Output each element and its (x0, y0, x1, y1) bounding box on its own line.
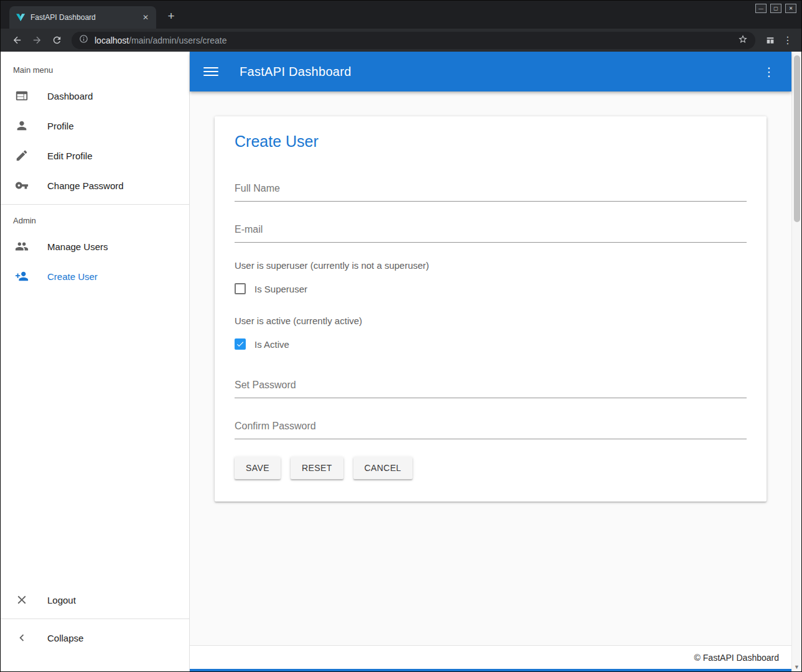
forward-button[interactable] (29, 32, 45, 49)
sidebar-item-logout[interactable]: Logout (1, 585, 189, 615)
site-info-icon[interactable] (79, 34, 88, 46)
sidebar-divider (1, 204, 189, 205)
confirm-password-field-wrap (235, 416, 747, 439)
browser-window: FastAPI Dashboard ✕ + — ▢ ✕ localhost/ma… (0, 0, 802, 672)
browser-tab[interactable]: FastAPI Dashboard ✕ (9, 6, 156, 29)
page-title: Create User (235, 133, 747, 151)
new-tab-button[interactable]: + (164, 9, 179, 24)
cancel-button[interactable]: CANCEL (353, 457, 413, 479)
set-password-input[interactable] (235, 375, 747, 398)
create-user-card: Create User User is superuser (currently… (215, 116, 767, 502)
tab-close-icon[interactable]: ✕ (140, 12, 151, 23)
forward-arrow-icon (32, 35, 42, 45)
sidebar-heading-admin: Admin (1, 208, 189, 231)
sidebar: Main menu Dashboard Profile Edit Profile… (1, 52, 190, 671)
sidebar-item-label: Manage Users (47, 241, 108, 252)
sidebar-item-label: Collapse (47, 633, 83, 643)
full-name-input[interactable] (235, 178, 747, 202)
confirm-password-input[interactable] (235, 416, 747, 439)
window-controls: — ▢ ✕ (755, 4, 796, 13)
dashboard-icon (14, 88, 29, 103)
url-host: localhost (95, 35, 129, 45)
sidebar-item-label: Logout (47, 595, 76, 605)
maximize-button[interactable]: ▢ (770, 4, 781, 13)
page-scrollbar[interactable]: ▼ (791, 52, 801, 671)
back-button[interactable] (9, 32, 25, 49)
sidebar-item-label: Dashboard (47, 91, 93, 101)
sidebar-heading-main-menu: Main menu (1, 52, 189, 81)
key-icon (14, 178, 29, 193)
hamburger-menu-icon[interactable] (203, 64, 218, 79)
copyright-text: © FastAPI Dashboard (694, 653, 779, 663)
page-body: Main menu Dashboard Profile Edit Profile… (1, 52, 801, 671)
scrollbar-thumb[interactable] (794, 55, 800, 222)
chevron-left-icon (14, 630, 29, 645)
people-icon (14, 239, 29, 254)
sidebar-item-label: Create User (47, 271, 98, 282)
email-input[interactable] (235, 219, 747, 243)
reload-button[interactable] (49, 32, 65, 49)
reload-icon (52, 35, 62, 45)
sidebar-item-collapse[interactable]: Collapse (1, 623, 189, 653)
minimize-button[interactable]: — (755, 4, 767, 13)
sidebar-item-manage-users[interactable]: Manage Users (1, 231, 189, 261)
appbar-menu-button[interactable]: ⋮ (760, 65, 778, 79)
vuetify-logo-icon (16, 12, 26, 22)
person-icon (14, 118, 29, 133)
sidebar-item-dashboard[interactable]: Dashboard (1, 81, 189, 111)
sidebar-item-edit-profile[interactable]: Edit Profile (1, 141, 189, 170)
close-button[interactable]: ✕ (785, 4, 796, 13)
page-footer: © FastAPI Dashboard (190, 645, 791, 669)
url-path: /main/admin/users/create (129, 35, 226, 45)
url-text[interactable]: localhost/main/admin/users/create (95, 35, 738, 45)
content-area: Create User User is superuser (currently… (190, 91, 791, 645)
appbar-title: FastAPI Dashboard (240, 65, 352, 79)
sidebar-divider (1, 618, 189, 619)
sidebar-spacer (1, 291, 189, 585)
superuser-checkbox-row: Is Superuser (235, 283, 747, 294)
sidebar-item-profile[interactable]: Profile (1, 111, 189, 141)
superuser-checkbox[interactable] (235, 283, 246, 294)
person-add-icon (14, 269, 29, 284)
active-checkbox-row: Is Active (235, 338, 747, 350)
extensions-icon[interactable] (762, 32, 778, 49)
browser-tab-bar: FastAPI Dashboard ✕ + — ▢ ✕ (1, 1, 801, 29)
bookmark-star-icon[interactable] (738, 34, 748, 47)
logout-x-icon (14, 592, 29, 607)
form-buttons: SAVE RESET CANCEL (235, 457, 747, 479)
full-name-field-wrap (235, 178, 747, 202)
address-bar[interactable]: localhost/main/admin/users/create (72, 32, 755, 49)
reset-button[interactable]: RESET (291, 457, 343, 479)
footer-accent-strip (190, 669, 791, 671)
active-checkbox-label: Is Active (254, 339, 289, 350)
app-bar: FastAPI Dashboard ⋮ (190, 52, 791, 91)
pencil-icon (14, 148, 29, 163)
active-checkbox[interactable] (235, 338, 246, 350)
set-password-field-wrap (235, 375, 747, 398)
back-arrow-icon (12, 35, 22, 45)
sidebar-item-label: Change Password (47, 180, 124, 191)
email-field-wrap (235, 219, 747, 243)
main-column: FastAPI Dashboard ⋮ Create User User is … (190, 52, 791, 671)
browser-menu-button[interactable]: ⋮ (780, 34, 795, 46)
superuser-checkbox-label: Is Superuser (254, 284, 307, 294)
active-hint: User is active (currently active) (235, 315, 747, 326)
tab-title: FastAPI Dashboard (30, 13, 140, 22)
sidebar-item-label: Profile (47, 121, 74, 131)
sidebar-item-change-password[interactable]: Change Password (1, 170, 189, 200)
save-button[interactable]: SAVE (235, 457, 281, 479)
scrollbar-down-arrow[interactable]: ▼ (792, 664, 801, 670)
superuser-hint: User is superuser (currently is not a su… (235, 260, 747, 271)
sidebar-item-create-user[interactable]: Create User (1, 261, 189, 291)
toolbar-right: ⋮ (760, 32, 795, 49)
browser-toolbar: localhost/main/admin/users/create ⋮ (1, 29, 801, 52)
sidebar-item-label: Edit Profile (47, 151, 93, 161)
